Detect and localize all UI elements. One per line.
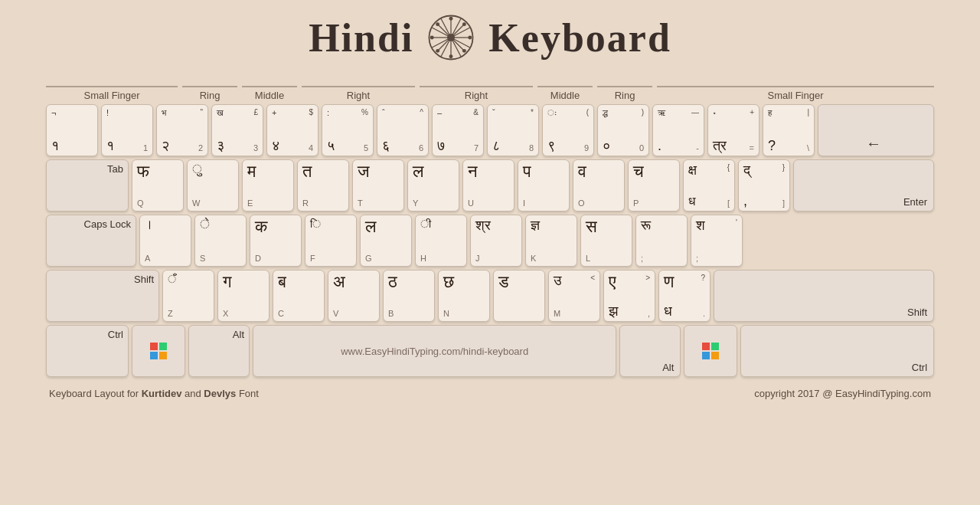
key-7[interactable]: –& ७7: [432, 104, 484, 156]
key-1[interactable]: ! १1: [101, 104, 153, 156]
ctrl-left-key[interactable]: Ctrl: [46, 325, 129, 377]
finger-label-right-r: Right: [420, 86, 533, 101]
qwerty-row: Tab फ Q ु W म E त R ज T ल Y न U: [46, 159, 934, 212]
key-y[interactable]: ल Y: [407, 159, 459, 212]
key-4[interactable]: +$ ४4: [266, 104, 318, 156]
home-row: Caps Lock । A े S क D ि F ल G ी H श्र J: [46, 215, 934, 267]
key-3[interactable]: ख£ ३3: [211, 104, 263, 156]
key-v[interactable]: अ V: [328, 270, 380, 322]
finger-label-ring-l: Ring: [182, 86, 237, 101]
key-p[interactable]: च P: [628, 159, 680, 212]
finger-label-small-finger-r: Small Finger: [657, 86, 934, 101]
windows-logo-icon: [150, 343, 167, 359]
tab-key[interactable]: Tab: [46, 159, 129, 212]
footer-left: Keyboard Layout for Kurtidev and Devlys …: [49, 388, 259, 399]
keyboard-layout: Small Finger Ring Middle Right Right Mid…: [46, 75, 934, 380]
key-5[interactable]: :% ५5: [322, 104, 374, 156]
svg-point-18: [449, 17, 453, 21]
shift-row: Shift ँ Z ग X ब C अ V ठ B छ N ड: [46, 270, 934, 322]
key-u[interactable]: न U: [462, 159, 514, 212]
title-keyboard: Keyboard: [488, 15, 671, 61]
key-equals[interactable]: ॰+ त्र=: [707, 104, 760, 156]
key-9[interactable]: ः( ९9: [542, 104, 594, 156]
key-q[interactable]: फ Q: [132, 159, 184, 212]
key-quote[interactable]: श' ;: [691, 215, 743, 267]
svg-point-19: [449, 54, 453, 58]
key-t[interactable]: ज T: [352, 159, 404, 212]
key-0[interactable]: द्ध) ०0: [597, 104, 649, 156]
title-hindi: Hindi: [309, 15, 413, 61]
windows-logo-right-icon: [702, 343, 719, 359]
finger-label-ring-r: Ring: [597, 86, 652, 101]
ctrl-right-key[interactable]: Ctrl: [740, 325, 934, 377]
key-2[interactable]: भ" २2: [156, 104, 208, 156]
key-period[interactable]: ण? ध.: [658, 270, 710, 322]
key-n[interactable]: छ N: [438, 270, 490, 322]
svg-line-7: [451, 38, 465, 51]
key-i[interactable]: प I: [518, 159, 570, 212]
svg-point-21: [469, 36, 472, 40]
win-right-key[interactable]: [684, 325, 737, 377]
key-b[interactable]: ठ B: [383, 270, 435, 322]
finger-label-right-l: Right: [302, 86, 415, 101]
key-backtick[interactable]: ¬ १: [46, 104, 98, 156]
finger-labels-row: Small Finger Ring Middle Right Right Mid…: [46, 75, 934, 101]
key-semicolon[interactable]: रू ;: [635, 215, 688, 267]
key-8[interactable]: ˇ* ८8: [487, 104, 539, 156]
key-w[interactable]: ु W: [187, 159, 239, 212]
footer: Keyboard Layout for Kurtidev and Devlys …: [46, 388, 934, 399]
svg-point-20: [430, 36, 434, 40]
finger-label-small-finger-l: Small Finger: [46, 86, 178, 101]
svg-point-23: [462, 49, 466, 53]
key-6[interactable]: ˆ^ ६6: [377, 104, 429, 156]
backspace-arrow-icon: ←: [866, 135, 881, 152]
key-k[interactable]: ज्ञ K: [525, 215, 577, 267]
svg-line-6: [437, 24, 451, 38]
key-a[interactable]: । A: [139, 215, 191, 267]
key-r[interactable]: त R: [297, 159, 349, 212]
key-g[interactable]: ल G: [360, 215, 412, 267]
shift-right-key[interactable]: Shift: [714, 270, 934, 322]
key-backslash[interactable]: ह| ?\: [763, 104, 815, 156]
enter-key[interactable]: Enter: [793, 159, 934, 212]
footer-right: copyright 2017 @ EasyHindiTyping.com: [754, 388, 931, 399]
svg-line-9: [437, 38, 451, 51]
key-c[interactable]: ब C: [273, 270, 325, 322]
svg-point-25: [436, 49, 440, 53]
key-o[interactable]: व O: [573, 159, 625, 212]
bottom-row: Ctrl Alt www.EasyHindiTyping.com/hindi-k…: [46, 325, 934, 377]
win-left-key[interactable]: [132, 325, 185, 377]
key-comma[interactable]: ए> झ,: [603, 270, 655, 322]
backspace-key[interactable]: ←: [818, 104, 934, 156]
svg-point-24: [462, 22, 466, 26]
caps-lock-key[interactable]: Caps Lock: [46, 215, 136, 267]
key-bracket-r[interactable]: द्} ,]: [738, 159, 790, 212]
alt-right-key[interactable]: Alt: [619, 325, 681, 377]
ashoka-wheel-icon: [427, 14, 475, 61]
key-m-alt[interactable]: ड: [493, 270, 545, 322]
alt-left-key[interactable]: Alt: [188, 325, 250, 377]
key-j[interactable]: श्र J: [470, 215, 522, 267]
space-key[interactable]: www.EasyHindiTyping.com/hindi-keyboard: [253, 325, 616, 377]
key-bracket-l[interactable]: क्ष{ ध[: [683, 159, 735, 212]
finger-label-middle-r: Middle: [537, 86, 593, 101]
key-h[interactable]: ी H: [415, 215, 467, 267]
key-e[interactable]: म E: [242, 159, 294, 212]
key-z[interactable]: ँ Z: [162, 270, 214, 322]
finger-label-middle-l: Middle: [242, 86, 297, 101]
key-d[interactable]: क D: [250, 215, 302, 267]
key-l[interactable]: स L: [580, 215, 632, 267]
key-m[interactable]: उ< M: [548, 270, 600, 322]
key-minus[interactable]: ऋ— .-: [652, 104, 704, 156]
page-title: Hindi: [309, 14, 671, 61]
svg-line-8: [451, 24, 465, 38]
key-x[interactable]: ग X: [217, 270, 270, 322]
key-f[interactable]: ि F: [305, 215, 357, 267]
shift-left-key[interactable]: Shift: [46, 270, 159, 322]
key-s[interactable]: े S: [194, 215, 247, 267]
number-row: ¬ १ ! १1 भ" २2 ख£ ३3 +$ ४4 :% ५5 ˆ^ ६6 –…: [46, 104, 934, 156]
svg-point-22: [436, 22, 440, 26]
